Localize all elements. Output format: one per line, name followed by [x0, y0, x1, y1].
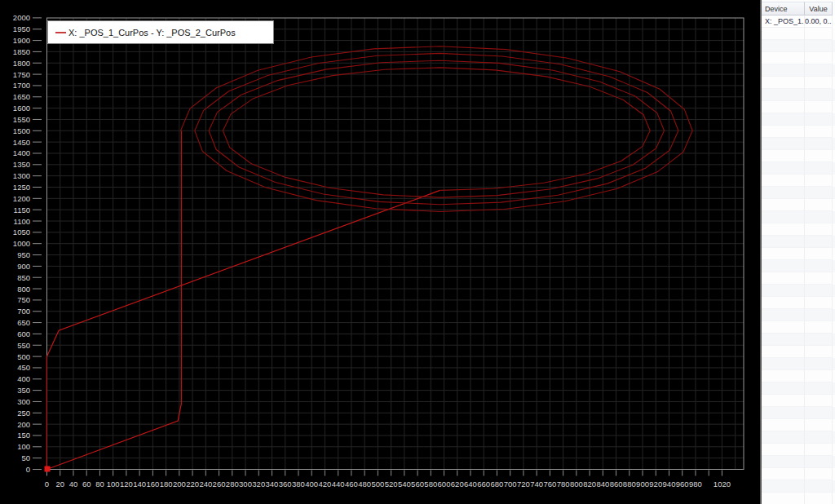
- empty-value-cell: [805, 40, 833, 52]
- svg-text:460: 460: [345, 480, 358, 489]
- svg-text:20: 20: [55, 480, 64, 489]
- svg-text:1400: 1400: [13, 148, 30, 157]
- svg-text:300: 300: [239, 480, 252, 489]
- empty-value-cell: [805, 321, 833, 334]
- svg-text:40: 40: [69, 480, 78, 489]
- empty-value-cell: [805, 77, 833, 89]
- empty-table-row: [762, 52, 835, 64]
- svg-text:1550: 1550: [13, 115, 30, 124]
- empty-value-cell: [805, 187, 833, 199]
- empty-device-cell: [762, 248, 805, 260]
- empty-table-row: [762, 28, 835, 40]
- empty-table-row: [762, 456, 835, 468]
- empty-device-cell: [762, 260, 805, 272]
- empty-table-row: [762, 370, 835, 382]
- svg-text:850: 850: [17, 273, 30, 282]
- empty-device-cell: [762, 28, 805, 40]
- empty-value-cell: [805, 444, 833, 456]
- svg-text:1020: 1020: [714, 480, 731, 489]
- svg-text:1750: 1750: [13, 70, 30, 79]
- device-table-row[interactable]: X: _POS_1... 0.00, 0...: [762, 15, 835, 28]
- svg-text:320: 320: [252, 480, 265, 489]
- empty-value-cell: [805, 199, 833, 211]
- svg-text:500: 500: [371, 480, 384, 489]
- svg-text:860: 860: [610, 480, 623, 489]
- empty-value-cell: [805, 334, 833, 346]
- trace-start-marker: [45, 466, 51, 472]
- empty-device-cell: [762, 138, 805, 150]
- empty-table-row: [762, 272, 835, 285]
- empty-device-cell: [762, 309, 805, 321]
- svg-text:820: 820: [583, 480, 596, 489]
- svg-text:100: 100: [107, 480, 120, 489]
- svg-text:250: 250: [17, 409, 30, 418]
- svg-text:80: 80: [95, 480, 104, 489]
- empty-table-row: [762, 382, 835, 395]
- svg-text:1350: 1350: [13, 160, 30, 169]
- empty-device-cell: [762, 346, 805, 358]
- empty-table-row: [762, 321, 835, 334]
- empty-value-cell: [805, 162, 833, 175]
- svg-text:1050: 1050: [13, 228, 30, 237]
- svg-text:1650: 1650: [13, 92, 30, 101]
- empty-device-cell: [762, 382, 805, 395]
- svg-text:140: 140: [133, 480, 146, 489]
- chart-legend: X: _POS_1_CurPos - Y: _POS_2_CurPos: [47, 20, 274, 44]
- svg-text:420: 420: [318, 480, 331, 489]
- empty-table-row: [762, 431, 835, 444]
- empty-device-cell: [762, 370, 805, 382]
- empty-table-row: [762, 187, 835, 199]
- empty-table-row: [762, 493, 835, 504]
- device-table-empty-rows: [762, 28, 835, 504]
- svg-text:520: 520: [385, 480, 398, 489]
- svg-text:1000: 1000: [13, 239, 30, 248]
- svg-text:640: 640: [464, 480, 477, 489]
- svg-text:920: 920: [649, 480, 662, 489]
- svg-text:780: 780: [557, 480, 570, 489]
- empty-table-row: [762, 211, 835, 223]
- empty-table-row: [762, 223, 835, 236]
- empty-value-cell: [805, 407, 833, 419]
- svg-text:960: 960: [676, 480, 689, 489]
- empty-value-cell: [805, 358, 833, 370]
- empty-device-cell: [762, 493, 805, 504]
- empty-value-cell: [805, 138, 833, 150]
- empty-device-cell: [762, 52, 805, 64]
- empty-value-cell: [805, 28, 833, 40]
- column-header-device[interactable]: Device: [762, 2, 805, 15]
- svg-text:1500: 1500: [13, 126, 30, 135]
- empty-device-cell: [762, 223, 805, 236]
- empty-value-cell: [805, 431, 833, 444]
- empty-value-cell: [805, 126, 833, 138]
- empty-value-cell: [805, 64, 833, 77]
- device-table-header: Device Value: [762, 2, 835, 15]
- svg-text:550: 550: [17, 341, 30, 350]
- svg-text:400: 400: [305, 480, 318, 489]
- empty-device-cell: [762, 101, 805, 113]
- empty-device-cell: [762, 113, 805, 126]
- value-cell: 0.00, 0...: [805, 15, 833, 28]
- empty-value-cell: [805, 285, 833, 297]
- svg-text:400: 400: [17, 374, 30, 383]
- svg-text:1800: 1800: [13, 59, 30, 68]
- svg-text:1700: 1700: [13, 81, 30, 90]
- empty-table-row: [762, 101, 835, 113]
- empty-value-cell: [805, 113, 833, 126]
- empty-table-row: [762, 285, 835, 297]
- empty-table-row: [762, 126, 835, 138]
- empty-device-cell: [762, 64, 805, 77]
- svg-text:100: 100: [17, 442, 30, 451]
- empty-device-cell: [762, 162, 805, 175]
- column-header-value[interactable]: Value: [805, 2, 833, 15]
- empty-device-cell: [762, 334, 805, 346]
- device-cell: X: _POS_1...: [762, 15, 805, 28]
- empty-value-cell: [805, 468, 833, 480]
- svg-text:660: 660: [477, 480, 490, 489]
- empty-value-cell: [805, 175, 833, 187]
- empty-device-cell: [762, 395, 805, 407]
- svg-text:840: 840: [596, 480, 609, 489]
- svg-text:740: 740: [530, 480, 543, 489]
- svg-text:120: 120: [120, 480, 133, 489]
- svg-text:560: 560: [411, 480, 424, 489]
- empty-device-cell: [762, 431, 805, 444]
